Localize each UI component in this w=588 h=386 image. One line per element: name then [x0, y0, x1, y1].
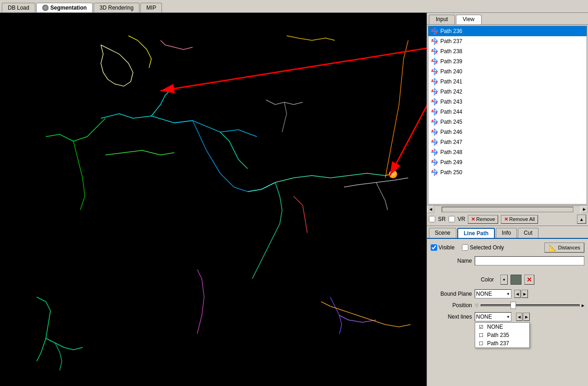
canvas-area[interactable] [0, 13, 427, 386]
path-item-icon [430, 148, 438, 156]
vr-checkbox[interactable] [449, 216, 455, 222]
scroll-right-arrow[interactable]: ▶ [581, 206, 588, 213]
visible-label: Visible [438, 244, 455, 251]
visible-check-label[interactable]: Visible [431, 244, 455, 251]
name-input[interactable] [475, 256, 584, 265]
svg-point-41 [432, 120, 433, 121]
tab-mip[interactable]: MIP [140, 3, 162, 12]
list-item[interactable]: Path 237 [428, 36, 587, 46]
svg-point-54 [435, 153, 437, 154]
path-list-scroll[interactable]: Path 236 Path 237 Path 238 [428, 26, 587, 204]
remove-all-button[interactable]: ✕ Remove All [501, 215, 538, 224]
svg-point-62 [435, 173, 437, 175]
next-lines-dropdown-menu: ☑ NONE ☐ Path 235 ☐ Path 237 [475, 322, 530, 348]
list-item[interactable]: Path 249 [428, 157, 587, 167]
list-item[interactable]: Path 238 [428, 46, 587, 56]
tab-line-path[interactable]: Line Path [457, 228, 495, 238]
tab-cut[interactable]: Cut [518, 228, 538, 238]
up-button[interactable]: ▲ [577, 215, 586, 224]
tab-info[interactable]: Info [496, 228, 517, 238]
position-slider-track[interactable] [481, 304, 580, 306]
list-item[interactable]: Path 248 [428, 147, 587, 157]
dropdown-label-none: NONE [487, 324, 503, 330]
distances-button[interactable]: 📐 Distances [544, 243, 584, 253]
bound-plane-select[interactable]: NONE ▼ [475, 289, 511, 298]
tab-input[interactable]: Input [429, 15, 455, 24]
list-item[interactable]: Path 245 [428, 117, 587, 127]
name-row: Name [431, 256, 584, 265]
svg-point-18 [435, 62, 437, 64]
svg-point-13 [432, 49, 433, 51]
selected-only-label: Selected Only [470, 244, 504, 251]
svg-point-38 [435, 112, 437, 114]
svg-point-5 [432, 29, 433, 31]
dropdown-item-path235[interactable]: ☐ Path 235 [475, 331, 529, 339]
svg-point-25 [432, 79, 433, 81]
list-item[interactable]: Path 242 [428, 87, 587, 97]
next-lines-prev-button[interactable]: ◀ [516, 313, 522, 321]
horizontal-scroll-thumb[interactable] [442, 207, 573, 212]
svg-point-58 [435, 163, 437, 165]
scroll-left-arrow[interactable]: ◀ [427, 206, 434, 213]
next-lines-select[interactable]: NONE ▼ [475, 312, 511, 321]
svg-point-34 [435, 102, 437, 104]
svg-point-17 [432, 59, 433, 61]
color-box[interactable] [510, 275, 521, 285]
list-item[interactable]: Path 241 [428, 77, 587, 87]
bottom-controls: SR VR ✕ Remove ✕ Remove All ▲ [427, 213, 588, 226]
list-item[interactable]: Path 246 [428, 127, 587, 137]
panel-tabs: Input View [427, 13, 588, 25]
bound-plane-prev-button[interactable]: ◀ [514, 290, 521, 298]
remove-icon: ✕ [471, 216, 475, 222]
tab-3d-rendering[interactable]: 3D Rendering [94, 3, 139, 12]
list-item-label: Path 237 [440, 38, 462, 44]
tab-view[interactable]: View [456, 15, 482, 24]
tab-scene[interactable]: Scene [429, 228, 456, 238]
path-marker-dot [389, 170, 397, 178]
sr-checkbox[interactable] [429, 216, 435, 222]
bound-plane-label: Bound Plane [431, 291, 472, 297]
remove-button[interactable]: ✕ Remove [468, 215, 498, 224]
list-item[interactable]: Path 240 [428, 66, 587, 77]
path-item-icon [430, 67, 438, 76]
color-reset-button[interactable]: ✕ [524, 275, 534, 285]
list-item[interactable]: Path 250 [428, 167, 587, 177]
list-item[interactable]: Path 247 [428, 137, 587, 147]
list-item[interactable]: Path 236 [428, 26, 587, 36]
sr-label: SR [438, 216, 446, 222]
tab-segmentation[interactable]: Segmentation [36, 3, 93, 12]
next-lines-dropdown-icon: ▼ [506, 315, 510, 319]
dropdown-item-none[interactable]: ☑ NONE [475, 323, 529, 331]
distances-icon: 📐 [549, 244, 556, 251]
next-lines-nav: ◀ ▶ [516, 313, 530, 321]
bound-plane-next-button[interactable]: ▶ [521, 290, 528, 298]
path-item-icon [430, 37, 438, 45]
path-item-icon [430, 168, 438, 176]
position-slider-container: ♡ ▶ [475, 303, 584, 308]
sub-tabs: Scene Line Path Info Cut [427, 226, 588, 239]
list-item-label: Path 242 [440, 88, 462, 95]
selected-only-checkbox[interactable] [462, 244, 468, 251]
list-item[interactable]: Path 243 [428, 97, 587, 107]
svg-point-37 [432, 110, 433, 111]
list-horizontal-scrollbar[interactable]: ◀ ▶ [427, 205, 588, 213]
tab-db-load[interactable]: DB Load [2, 3, 35, 12]
dropdown-check-path235: ☐ [478, 332, 484, 338]
list-item[interactable]: Path 244 [428, 107, 587, 117]
position-slider-thumb[interactable] [510, 302, 516, 309]
dropdown-item-path237[interactable]: ☐ Path 237 [475, 339, 529, 347]
line-path-content: Visible Selected Only 📐 Distances Name [427, 239, 588, 386]
color-dropdown-arrow[interactable]: ▼ [500, 275, 508, 285]
list-item[interactable]: Path 239 [428, 56, 587, 66]
segmentation-icon [42, 5, 49, 11]
dropdown-check-path237: ☐ [478, 340, 484, 347]
path-item-icon [430, 57, 438, 66]
list-item-label: Path 239 [440, 58, 462, 65]
position-row: Position ♡ ▶ [431, 302, 584, 309]
svg-point-50 [435, 143, 437, 144]
svg-point-46 [435, 132, 437, 134]
top-tab-bar: DB Load Segmentation 3D Rendering MIP [0, 0, 588, 13]
visible-checkbox[interactable] [431, 244, 437, 251]
selected-only-check-label[interactable]: Selected Only [462, 244, 504, 251]
next-lines-next-button[interactable]: ▶ [523, 313, 530, 321]
